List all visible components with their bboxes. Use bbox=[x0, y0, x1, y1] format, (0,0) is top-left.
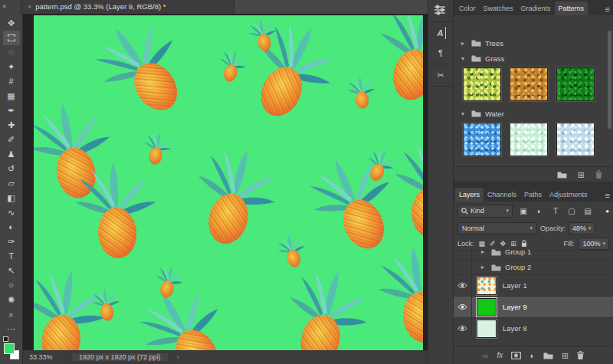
filter-pixel-layers-icon[interactable]: ▣ bbox=[518, 207, 529, 215]
filter-shape-layers-icon[interactable]: ▢ bbox=[566, 207, 577, 215]
opacity-value-box[interactable]: 48% ▾ bbox=[569, 222, 595, 234]
properties-panel-icon[interactable] bbox=[434, 5, 447, 17]
lock-all-icon[interactable] bbox=[521, 240, 527, 248]
eye-icon[interactable] bbox=[457, 303, 467, 310]
lasso-tool[interactable]: ◌ bbox=[3, 45, 20, 60]
character-panel-icon[interactable]: A bbox=[436, 27, 446, 39]
layer-row-layer-1[interactable]: Layer 1 bbox=[454, 275, 613, 297]
filter-toggle-icon[interactable]: ● bbox=[605, 208, 609, 215]
lock-transparency-icon[interactable]: ▦ bbox=[479, 240, 486, 248]
lock-paint-icon[interactable]: ✐ bbox=[490, 240, 496, 248]
layer-row-layer-8[interactable]: Layer 8 bbox=[454, 318, 613, 339]
layers-panel-menu-icon[interactable]: ≡ bbox=[605, 191, 613, 202]
tab-layers[interactable]: Layers bbox=[455, 188, 484, 202]
rectangular-marquee-tool[interactable] bbox=[3, 31, 20, 45]
ellipse-tool[interactable]: ○ bbox=[3, 278, 20, 293]
delete-layer-icon[interactable] bbox=[577, 351, 584, 359]
gradient-tool[interactable]: ◧ bbox=[3, 191, 20, 205]
document-canvas[interactable] bbox=[34, 15, 423, 350]
new-pattern-group-icon[interactable] bbox=[557, 171, 567, 179]
delete-pattern-icon[interactable] bbox=[595, 170, 602, 179]
layer-thumbnail[interactable] bbox=[477, 320, 497, 338]
new-layer-icon[interactable]: ⊞ bbox=[562, 351, 569, 360]
brush-tool[interactable]: ✐ bbox=[3, 133, 20, 147]
pattern-swatch-water-blue[interactable] bbox=[463, 123, 501, 156]
eyedropper-tool[interactable]: ✒ bbox=[3, 103, 20, 118]
visibility-column[interactable] bbox=[454, 249, 472, 259]
collapse-right-icon[interactable]: ▸ bbox=[481, 264, 487, 271]
collapse-right-icon[interactable]: ▸ bbox=[481, 249, 487, 255]
foreground-color-swatch[interactable] bbox=[4, 343, 15, 354]
fill-value-box[interactable]: 100% ▾ bbox=[579, 238, 609, 250]
layer-effects-icon[interactable]: fx bbox=[497, 351, 503, 360]
type-tool[interactable]: T bbox=[3, 249, 20, 264]
eye-icon[interactable] bbox=[457, 325, 467, 332]
patterns-scrollbar[interactable] bbox=[608, 31, 611, 129]
pattern-swatch-grass-light[interactable] bbox=[463, 67, 501, 101]
layer-row-group-1[interactable]: ▸ Group 1 bbox=[454, 249, 613, 260]
smudge-tool[interactable]: ∿ bbox=[3, 205, 20, 220]
tab-gradients[interactable]: Gradients bbox=[517, 2, 555, 15]
filter-smart-objects-icon[interactable]: ▤ bbox=[582, 207, 593, 215]
pattern-swatch-grass-dry[interactable] bbox=[510, 67, 548, 101]
eraser-tool[interactable]: ▱ bbox=[3, 176, 20, 191]
layer-thumbnail[interactable] bbox=[477, 277, 497, 295]
move-tool[interactable]: ✥ bbox=[3, 16, 20, 31]
blend-mode-dropdown[interactable]: Normal ▾ bbox=[457, 222, 537, 234]
filter-type-layers-icon[interactable]: T bbox=[550, 207, 561, 215]
visibility-column[interactable] bbox=[454, 297, 472, 317]
tab-channels[interactable]: Channels bbox=[484, 188, 520, 202]
toolbar-collapse-icon[interactable]: » bbox=[0, 0, 21, 14]
tab-swatches[interactable]: Swatches bbox=[480, 2, 517, 15]
pattern-group-trees[interactable]: ▸ Trees bbox=[454, 35, 613, 51]
more-tools-icon[interactable]: ⋯ bbox=[3, 322, 20, 336]
tab-close-icon[interactable]: × bbox=[28, 3, 31, 11]
healing-brush-tool[interactable]: ✚ bbox=[3, 118, 20, 133]
status-options-icon[interactable]: › bbox=[177, 353, 179, 361]
lock-artboard-icon[interactable]: ⊞ bbox=[510, 240, 516, 248]
eye-icon[interactable] bbox=[457, 282, 467, 289]
collapse-down-icon[interactable]: ▾ bbox=[461, 55, 467, 62]
history-brush-tool[interactable]: ↺ bbox=[3, 162, 20, 176]
dodge-tool[interactable]: ◐ bbox=[3, 220, 20, 234]
collapse-right-icon[interactable]: ▸ bbox=[461, 40, 467, 47]
crop-tool[interactable]: # bbox=[3, 74, 20, 89]
hand-tool[interactable]: ✺ bbox=[3, 293, 20, 307]
filter-adjustment-layers-icon[interactable]: ◐ bbox=[534, 207, 545, 215]
pattern-swatch-grass-dark[interactable] bbox=[556, 67, 595, 101]
visibility-column[interactable] bbox=[454, 318, 472, 339]
scissors-panel-icon[interactable]: ✂ bbox=[434, 69, 447, 81]
link-layers-icon[interactable]: ∞ bbox=[483, 351, 489, 360]
pen-tool[interactable]: ✑ bbox=[3, 234, 20, 249]
tab-color[interactable]: Color bbox=[455, 2, 480, 15]
paragraph-panel-icon[interactable]: ¶ bbox=[434, 47, 447, 59]
clone-stamp-tool[interactable]: ♟ bbox=[3, 147, 20, 162]
collapse-down-icon[interactable]: ▾ bbox=[461, 110, 467, 117]
tab-adjustments[interactable]: Adjustments bbox=[546, 188, 592, 202]
zoom-level-field[interactable]: 33.33% bbox=[29, 353, 64, 361]
layer-row-layer-9[interactable]: Layer 9 bbox=[454, 297, 613, 318]
tab-patterns[interactable]: Patterns bbox=[555, 2, 588, 15]
document-tab[interactable]: ×pattern.psd @ 33.3% (Layer 9, RGB/8) * bbox=[21, 0, 234, 14]
new-adjustment-layer-icon[interactable]: ◐ bbox=[529, 351, 535, 360]
new-pattern-icon[interactable]: ⊞ bbox=[578, 170, 585, 179]
pattern-group-grass[interactable]: ▾ Grass bbox=[454, 51, 613, 66]
filter-kind-dropdown[interactable]: Kind ▾ bbox=[457, 205, 513, 218]
layer-thumbnail[interactable] bbox=[477, 298, 497, 316]
path-selection-tool[interactable]: ↖ bbox=[3, 264, 20, 278]
tab-paths[interactable]: Paths bbox=[520, 188, 546, 202]
pattern-swatch-water-mint[interactable] bbox=[510, 123, 548, 156]
default-colors-icon[interactable] bbox=[3, 336, 8, 342]
zoom-tool[interactable]: ⌕ bbox=[3, 307, 20, 322]
visibility-column[interactable] bbox=[454, 275, 472, 296]
magic-wand-tool[interactable]: ✦ bbox=[3, 60, 20, 74]
visibility-column[interactable] bbox=[454, 260, 472, 274]
new-group-icon[interactable] bbox=[543, 352, 553, 359]
pattern-group-water[interactable]: ▾ Water bbox=[454, 106, 613, 121]
patterns-panel-menu-icon[interactable]: ≡ bbox=[605, 5, 613, 15]
layer-row-group-2[interactable]: ▸ Group 2 bbox=[454, 260, 613, 275]
frame-tool[interactable]: ▦ bbox=[3, 89, 20, 103]
add-layer-mask-icon[interactable] bbox=[511, 352, 521, 359]
lock-position-icon[interactable]: ✥ bbox=[500, 240, 506, 248]
pattern-swatch-water-ice[interactable] bbox=[556, 123, 595, 156]
